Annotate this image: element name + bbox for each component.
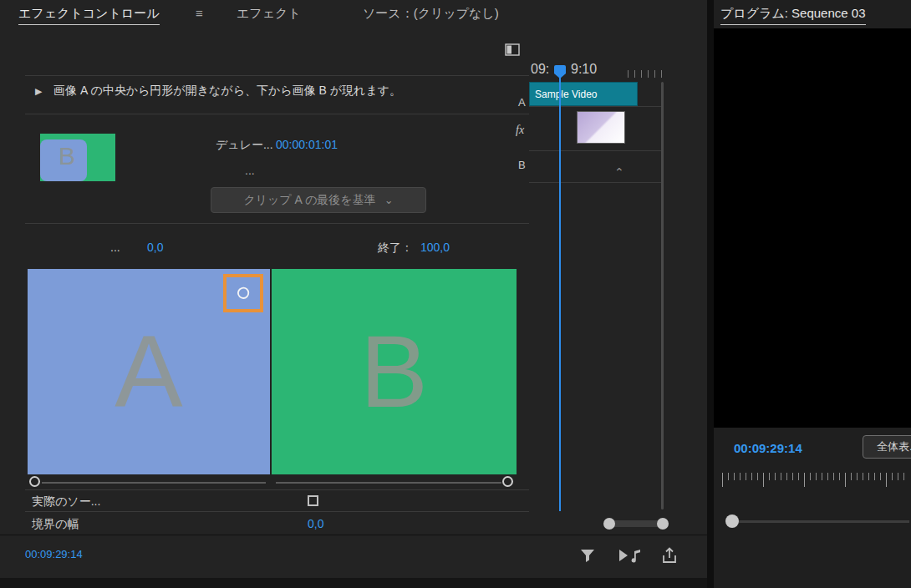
alignment-dropdown[interactable]: クリップ A の最後を基準 ⌄: [211, 187, 426, 213]
transition-description: 画像 A の中央から円形が開きながら、下から画像 B が現れます。: [53, 84, 401, 99]
vertical-scrollbar[interactable]: [661, 82, 664, 509]
end-slider-track[interactable]: [276, 482, 501, 484]
border-width-label: 境界の幅: [32, 517, 79, 532]
program-ruler-major-ticks: [722, 473, 909, 487]
panel-menu-icon[interactable]: ≡: [196, 6, 203, 20]
alignment-label: ...: [245, 164, 255, 177]
end-label: 終了：: [378, 241, 413, 256]
timeline-ruler-label-left: 09:: [531, 62, 549, 77]
start-slider-track[interactable]: [42, 482, 266, 484]
zoom-scrollbar-track[interactable]: [609, 520, 663, 527]
export-icon[interactable]: [660, 546, 680, 566]
start-value[interactable]: 0,0: [147, 241, 163, 254]
track-separator: [529, 182, 661, 183]
zoom-handle-left[interactable]: [603, 518, 615, 530]
effect-controls-panel: エフェクトコントロール ≡ エフェクト ソース：(クリップなし) ▶ 画像 A …: [0, 0, 707, 578]
play-audio-icon[interactable]: [617, 546, 644, 566]
chevron-down-icon: ⌄: [384, 194, 394, 206]
separator: [25, 223, 529, 224]
collapse-icon[interactable]: ⌃: [614, 165, 624, 179]
track-a-label: A: [518, 96, 526, 109]
timeline-ruler-ticks: [628, 70, 663, 78]
tab-effect-controls[interactable]: エフェクトコントロール: [18, 6, 160, 25]
transition-thumbnail: B: [40, 134, 115, 181]
separator: [25, 75, 529, 76]
alignment-dropdown-value: クリップ A の最後を基準: [243, 193, 375, 208]
playhead-line[interactable]: [559, 77, 561, 511]
sample-video-clip[interactable]: Sample Video: [529, 82, 638, 106]
separator: [25, 114, 529, 114]
start-slider-handle[interactable]: [29, 476, 40, 487]
current-timecode[interactable]: 00:09:29:14: [25, 548, 83, 560]
actual-source-label: 実際のソー...: [32, 494, 100, 509]
circle-icon: [235, 285, 252, 302]
preview-a-letter: A: [115, 313, 182, 430]
program-timecode[interactable]: 00:09:29:14: [734, 441, 802, 455]
preview-b-letter: B: [360, 313, 428, 430]
tab-effects[interactable]: エフェクト: [237, 6, 301, 22]
separator: [25, 489, 529, 490]
track-fx-label: fx: [516, 124, 524, 137]
thumbnail-letter: B: [59, 142, 75, 170]
filter-icon[interactable]: [578, 546, 598, 566]
effect-controls-statusbar: 00:09:29:14: [0, 535, 707, 578]
program-scrollbar-track[interactable]: [727, 520, 909, 523]
expand-triangle-icon[interactable]: ▶: [35, 86, 42, 97]
premiere-app: エフェクトコントロール ≡ エフェクト ソース：(クリップなし) ▶ 画像 A …: [0, 0, 911, 588]
circle-transition-highlight[interactable]: [223, 274, 263, 312]
clip-frame-thumbnail: [577, 111, 625, 144]
track-separator: [529, 106, 661, 107]
program-video-area: [714, 28, 911, 428]
mini-timeline: 09: 9:10 A fx B Sample Video ⌃: [514, 32, 707, 535]
end-value[interactable]: 100,0: [420, 241, 450, 256]
zoom-handle-right[interactable]: [657, 518, 669, 530]
actual-source-checkbox[interactable]: [308, 495, 318, 506]
timeline-ruler-label-right: 9:10: [571, 62, 597, 77]
tab-program-monitor[interactable]: プログラム: Sequence 03: [720, 6, 866, 25]
tab-source[interactable]: ソース：(クリップなし): [363, 6, 499, 22]
separator: [25, 511, 529, 512]
duration-value[interactable]: 00:00:01:01: [276, 138, 338, 151]
end-slider-handle[interactable]: [502, 476, 513, 487]
start-label: ...: [110, 241, 120, 254]
duration-label: デュレー...: [216, 138, 273, 153]
program-monitor-panel: プログラム: Sequence 03 00:09:29:14 全体表...: [714, 0, 911, 588]
preview-clip-b: B: [272, 269, 517, 474]
border-width-value[interactable]: 0,0: [308, 517, 323, 530]
fit-zoom-button[interactable]: 全体表...: [863, 435, 911, 459]
track-b-label: B: [518, 159, 526, 171]
end-group: 終了： 100,0: [378, 241, 450, 256]
program-scrollbar-handle[interactable]: [725, 514, 739, 528]
panel-divider[interactable]: [707, 0, 714, 588]
track-separator: [529, 150, 661, 151]
